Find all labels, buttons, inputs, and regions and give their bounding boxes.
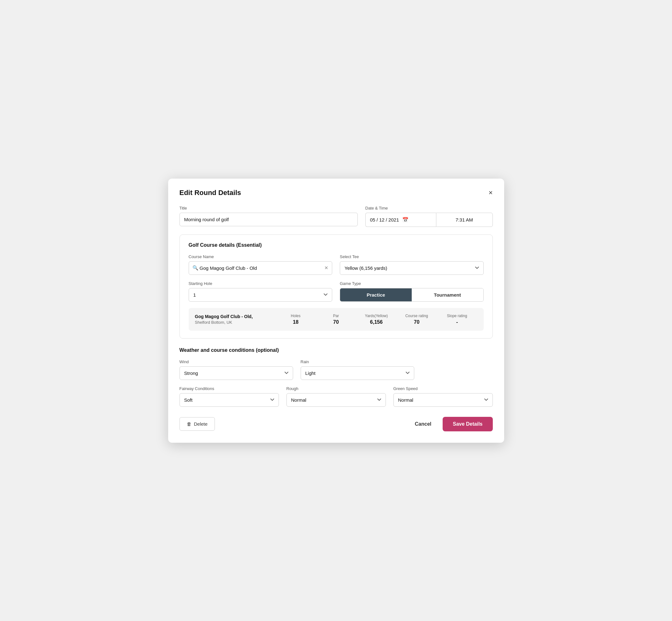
time-input[interactable]: 7:31 AM [436,213,493,227]
holes-label: Holes [276,314,316,318]
date-input[interactable]: 05 / 12 / 2021 📅 [365,213,436,227]
wind-label: Wind [179,360,293,364]
course-rating-value: 70 [396,319,437,325]
starting-hole-dropdown[interactable]: 1 10 [189,288,333,302]
yards-label: Yards(Yellow) [356,314,396,318]
footer-row: 🗑 Delete Cancel Save Details [179,417,493,431]
course-name-label: Course Name [189,254,333,259]
golf-course-section: Golf Course details (Essential) Course N… [179,235,493,339]
yards-stat: Yards(Yellow) 6,156 [356,314,396,325]
course-rating-label: Course rating [396,314,437,318]
practice-button[interactable]: Practice [340,288,412,301]
green-speed-dropdown[interactable]: Slow Normal Fast Very Fast [393,393,493,407]
course-name-group: Course Name 🔍 ✕ [189,254,333,275]
par-stat: Par 70 [316,314,356,325]
delete-button[interactable]: 🗑 Delete [179,417,215,431]
time-value: 7:31 AM [456,217,473,222]
game-type-toggle: Practice Tournament [340,288,484,302]
game-type-label: Game Type [340,281,484,286]
game-type-group: Game Type Practice Tournament [340,281,484,302]
conditions-row: Fairway Conditions Dry Firm Normal Soft … [179,386,493,407]
course-info-box: Gog Magog Golf Club - Old, Shelford Bott… [189,308,484,331]
tournament-button[interactable]: Tournament [412,288,483,301]
golf-section-title: Golf Course details (Essential) [189,242,484,248]
rain-label: Rain [301,360,414,364]
title-group: Title [179,206,358,227]
yards-value: 6,156 [356,319,396,325]
fairway-label: Fairway Conditions [179,386,279,391]
save-button[interactable]: Save Details [443,417,493,431]
datetime-row: 05 / 12 / 2021 📅 7:31 AM [365,213,493,227]
edit-round-modal: Edit Round Details × Title Date & Time 0… [168,178,504,443]
date-value: 05 / 12 / 2021 [370,217,399,222]
delete-label: Delete [194,421,208,427]
select-tee-label: Select Tee [340,254,484,259]
footer-right: Cancel Save Details [409,417,493,431]
cancel-button[interactable]: Cancel [409,417,437,431]
datetime-group: Date & Time 05 / 12 / 2021 📅 7:31 AM [365,206,493,227]
course-name-input[interactable] [189,261,333,275]
holes-stat: Holes 18 [276,314,316,325]
select-tee-group: Select Tee Yellow (6,156 yards) White (6… [340,254,484,275]
rough-label: Rough [287,386,386,391]
clear-course-icon[interactable]: ✕ [324,265,328,271]
wind-rain-row: Wind Calm Light Moderate Strong Very Str… [179,360,493,380]
course-name-search-wrapper: 🔍 ✕ [189,261,333,275]
rain-dropdown[interactable]: None Light Moderate Heavy [301,366,414,380]
weather-section: Weather and course conditions (optional)… [179,347,493,407]
par-label: Par [316,314,356,318]
rough-dropdown[interactable]: Normal Long Short [287,393,386,407]
search-icon: 🔍 [193,265,199,271]
title-datetime-row: Title Date & Time 05 / 12 / 2021 📅 7:31 … [179,206,493,227]
course-info-name: Gog Magog Golf Club - Old, [195,314,276,319]
wind-group: Wind Calm Light Moderate Strong Very Str… [179,360,293,380]
course-name-block: Gog Magog Golf Club - Old, Shelford Bott… [195,314,276,325]
datetime-label: Date & Time [365,206,493,210]
close-button[interactable]: × [489,189,493,196]
par-value: 70 [316,319,356,325]
hole-gametype-row: Starting Hole 1 10 Game Type Practice To… [189,281,484,302]
holes-value: 18 [276,319,316,325]
green-speed-group: Green Speed Slow Normal Fast Very Fast [393,386,493,407]
select-tee-dropdown[interactable]: Yellow (6,156 yards) White (6,500 yards)… [340,261,484,275]
fairway-dropdown[interactable]: Dry Firm Normal Soft Wet [179,393,279,407]
slope-rating-stat: Slope rating - [437,314,477,325]
slope-rating-label: Slope rating [437,314,477,318]
calendar-icon: 📅 [402,217,409,223]
modal-header: Edit Round Details × [179,189,493,197]
green-speed-label: Green Speed [393,386,493,391]
starting-hole-label: Starting Hole [189,281,333,286]
rain-group: Rain None Light Moderate Heavy [301,360,414,380]
starting-hole-group: Starting Hole 1 10 [189,281,333,302]
slope-rating-value: - [437,319,477,325]
modal-title: Edit Round Details [179,189,241,197]
trash-icon: 🗑 [187,421,192,427]
course-info-location: Shelford Bottom, UK [195,320,276,325]
title-input[interactable] [179,213,358,226]
wind-dropdown[interactable]: Calm Light Moderate Strong Very Strong [179,366,293,380]
title-label: Title [179,206,358,210]
course-rating-stat: Course rating 70 [396,314,437,325]
fairway-group: Fairway Conditions Dry Firm Normal Soft … [179,386,279,407]
rough-group: Rough Normal Long Short [287,386,386,407]
weather-section-title: Weather and course conditions (optional) [179,347,493,353]
course-tee-row: Course Name 🔍 ✕ Select Tee Yellow (6,156… [189,254,484,275]
